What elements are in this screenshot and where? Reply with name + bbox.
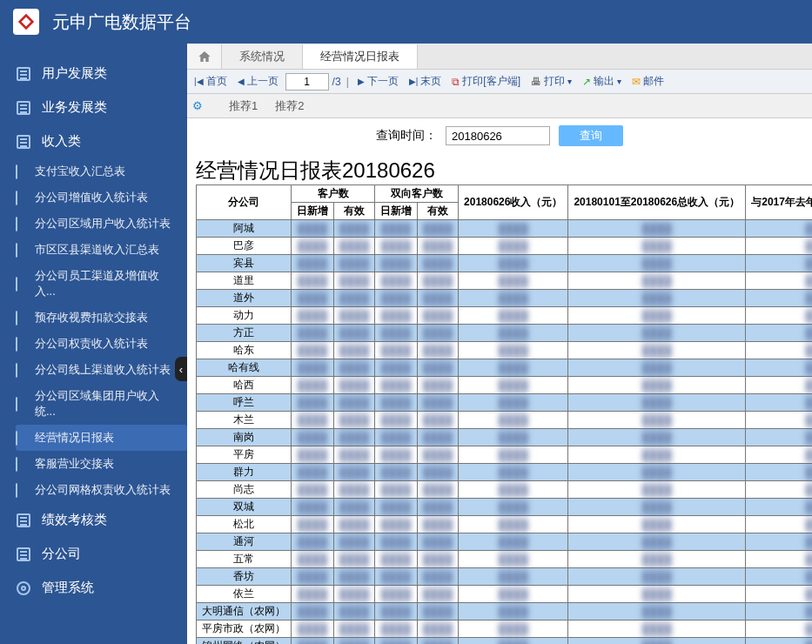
row-value: ████: [334, 621, 375, 638]
table-row: 巴彦████████████████████████████: [197, 238, 813, 255]
page-icon: [16, 165, 28, 178]
row-value: ████: [568, 603, 746, 621]
row-value: ████: [746, 238, 812, 255]
row-value: ████: [375, 307, 418, 325]
row-value: ████: [375, 446, 418, 464]
sidebar-item-3[interactable]: 市区区县渠道收入汇总表: [16, 237, 187, 263]
main-panel: 系统情况经营情况日报表 |◀首页 ◀上一页 /3 | ▶下一页 ▶|末页 ⧉打印…: [187, 44, 812, 644]
row-value: ████: [746, 272, 812, 290]
row-value: ████: [334, 568, 375, 586]
sidebar-collapse-button[interactable]: ‹: [175, 357, 187, 381]
col-cust-new: 日新增: [292, 203, 334, 220]
row-value: ████: [334, 359, 375, 377]
sidebar-item-9[interactable]: 经营情况日报表: [16, 425, 187, 451]
table-row: 双城████████████████████████████: [197, 499, 813, 516]
table-row: 平房市政（农网）████████████████████████████: [197, 621, 813, 638]
sidebar-item-5[interactable]: 预存收视费扣款交接表: [16, 305, 187, 331]
row-value: ████: [292, 621, 334, 638]
row-value: ████: [459, 499, 568, 516]
row-value: ████: [334, 290, 375, 307]
table-row: 大明通信（农网）████████████████████████████: [197, 603, 813, 621]
row-value: ████: [418, 342, 459, 359]
row-value: ████: [459, 359, 568, 377]
query-button[interactable]: 查询: [559, 125, 623, 146]
row-value: ████: [418, 638, 459, 645]
row-value: ████: [418, 464, 459, 481]
row-company: 呼兰: [197, 394, 292, 412]
sidebar-item-label: 客服营业交接表: [35, 456, 114, 472]
first-page-button[interactable]: |◀首页: [191, 72, 231, 91]
row-value: ████: [459, 603, 568, 621]
query-date-input[interactable]: [446, 126, 550, 145]
row-value: ████: [746, 446, 812, 464]
sidebar-group-1[interactable]: 业务发展类: [0, 91, 187, 124]
sidebar-group-2[interactable]: 收入类: [0, 124, 187, 158]
row-value: ████: [334, 551, 375, 568]
sidebar-item-11[interactable]: 分公司网格权责收入统计表: [16, 477, 187, 503]
row-value: ████: [418, 394, 459, 412]
page-input[interactable]: [285, 73, 329, 91]
row-value: ████: [746, 325, 812, 342]
row-value: ████: [334, 307, 375, 325]
prev-page-button[interactable]: ◀上一页: [234, 72, 282, 91]
row-value: ████: [746, 412, 812, 429]
row-company: 巴彦: [197, 238, 292, 255]
sidebar-group-0[interactable]: 用户发展类: [0, 57, 187, 91]
tab-0[interactable]: 系统情况: [222, 44, 303, 69]
page-icon: [16, 484, 28, 496]
table-row: 方正████████████████████████████: [197, 325, 813, 342]
sidebar-item-label: 分公司权责收入统计表: [35, 336, 148, 352]
row-value: ████: [568, 220, 746, 238]
row-company: 大明通信（农网）: [197, 603, 292, 621]
recommend-2[interactable]: 推荐2: [275, 98, 304, 114]
row-value: ████: [292, 516, 334, 533]
sidebar-item-4[interactable]: 分公司员工渠道及增值收入...: [16, 263, 187, 305]
row-value: ████: [459, 220, 568, 238]
tab-1[interactable]: 经营情况日报表: [303, 44, 418, 69]
sidebar-group-4[interactable]: 分公司: [0, 537, 187, 571]
row-value: ████: [292, 238, 334, 255]
sidebar-item-6[interactable]: 分公司权责收入统计表: [16, 331, 187, 357]
row-value: ████: [568, 394, 746, 412]
print-button[interactable]: 🖶打印 ▾: [527, 72, 575, 91]
sidebar-group-label: 收入类: [42, 133, 81, 150]
row-value: ████: [334, 412, 375, 429]
sidebar-item-2[interactable]: 分公司区域用户收入统计表: [16, 211, 187, 237]
table-row: 平房████████████████████████████: [197, 446, 813, 464]
row-value: ████: [459, 429, 568, 446]
row-company: 动力: [197, 307, 292, 325]
page-icon: [16, 244, 28, 256]
row-value: ████: [418, 255, 459, 272]
export-button[interactable]: ↗输出 ▾: [579, 72, 625, 91]
filter-icon[interactable]: ⚙: [192, 99, 203, 112]
query-label: 查询时间：: [376, 128, 437, 144]
page-icon: [16, 398, 28, 410]
recommend-1[interactable]: 推荐1: [229, 98, 258, 114]
mail-button[interactable]: ✉邮件: [628, 72, 668, 91]
sidebar-group-3[interactable]: 绩效考核类: [0, 503, 187, 537]
row-value: ████: [292, 603, 334, 621]
table-row: 哈有线████████████████████████████: [197, 359, 813, 377]
row-value: ████: [568, 290, 746, 307]
row-value: ████: [746, 568, 812, 586]
print-client-button[interactable]: ⧉打印[客户端]: [448, 72, 524, 91]
last-page-button[interactable]: ▶|末页: [406, 72, 446, 91]
row-value: ████: [568, 325, 746, 342]
row-value: ████: [418, 551, 459, 568]
sidebar-item-8[interactable]: 分公司区域集团用户收入统...: [16, 383, 187, 425]
row-company: 五常: [197, 551, 292, 568]
sidebar-group-5[interactable]: 管理系统: [0, 571, 187, 605]
sidebar-item-7[interactable]: 分公司线上渠道收入统计表: [16, 357, 187, 383]
row-value: ████: [292, 377, 334, 394]
row-value: ████: [459, 255, 568, 272]
next-page-button[interactable]: ▶下一页: [354, 72, 402, 91]
tab-home[interactable]: [187, 44, 222, 69]
sidebar-item-0[interactable]: 支付宝收入汇总表: [16, 158, 187, 184]
row-company: 道外: [197, 290, 292, 307]
sidebar-item-1[interactable]: 分公司增值收入统计表: [16, 184, 187, 211]
query-bar: 查询时间： 查询: [187, 118, 812, 153]
row-value: ████: [459, 621, 568, 638]
sidebar-item-10[interactable]: 客服营业交接表: [16, 451, 187, 477]
row-value: ████: [375, 621, 418, 638]
row-value: ████: [418, 621, 459, 638]
